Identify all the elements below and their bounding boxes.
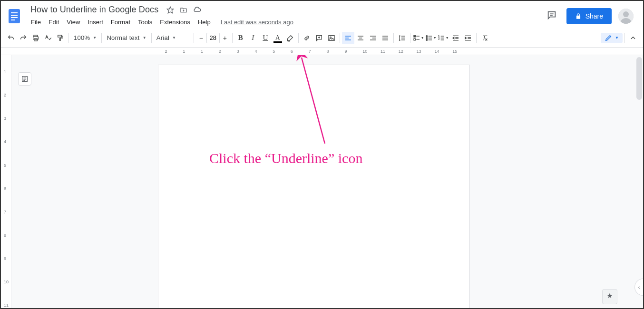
menu-bar: File Edit View Insert Format Tools Exten… xyxy=(28,16,544,29)
chevron-down-icon: ▼ xyxy=(143,36,146,40)
menu-help[interactable]: Help xyxy=(195,17,214,28)
lock-icon xyxy=(575,13,582,19)
highlight-color-button[interactable] xyxy=(284,32,296,44)
menu-extensions[interactable]: Extensions xyxy=(156,17,194,28)
align-left-button[interactable] xyxy=(342,32,354,44)
undo-button[interactable] xyxy=(5,32,17,44)
svg-marker-5 xyxy=(167,7,174,13)
svg-text:2: 2 xyxy=(438,37,439,39)
underline-button[interactable]: U xyxy=(259,32,272,44)
vertical-ruler[interactable]: 211234567891011 xyxy=(1,55,11,309)
font-size-input[interactable] xyxy=(206,33,220,43)
share-button[interactable]: Share xyxy=(566,8,612,24)
svg-rect-16 xyxy=(329,35,334,40)
account-avatar[interactable] xyxy=(618,9,634,24)
share-label: Share xyxy=(585,12,603,20)
move-icon[interactable] xyxy=(179,6,188,14)
font-family-select[interactable]: Arial▼ xyxy=(154,32,192,44)
svg-point-9 xyxy=(623,11,629,17)
comments-icon[interactable] xyxy=(544,7,560,25)
svg-rect-1 xyxy=(11,12,18,13)
editing-mode-button[interactable]: ▼ xyxy=(601,33,623,43)
document-outline-button[interactable] xyxy=(18,72,31,86)
svg-point-38 xyxy=(426,37,428,39)
menu-edit[interactable]: Edit xyxy=(45,17,62,28)
chevron-down-icon: ▼ xyxy=(172,36,176,40)
paragraph-style-select[interactable]: Normal text▼ xyxy=(104,32,149,44)
hide-side-panel-button[interactable]: ‹ xyxy=(634,279,643,296)
bulleted-list-button[interactable]: ▼ xyxy=(425,32,437,44)
cloud-status-icon[interactable] xyxy=(193,6,201,14)
menu-view[interactable]: View xyxy=(63,17,83,28)
zoom-select[interactable]: 100%▼ xyxy=(71,32,99,44)
menu-tools[interactable]: Tools xyxy=(135,17,156,28)
svg-rect-2 xyxy=(11,15,18,16)
svg-rect-13 xyxy=(58,35,62,37)
document-canvas: 211234567891011 Click the “Underline” ic… xyxy=(1,55,643,309)
svg-rect-35 xyxy=(414,39,415,40)
italic-button[interactable]: I xyxy=(247,32,259,44)
svg-point-39 xyxy=(426,39,428,40)
text-color-button[interactable]: A xyxy=(272,32,284,44)
toolbar: 100%▼ Normal text▼ Arial▼ − + B I U A ▼ … xyxy=(1,29,643,48)
insert-link-button[interactable] xyxy=(301,32,313,44)
decrease-font-size-button[interactable]: − xyxy=(196,32,206,44)
clear-formatting-button[interactable] xyxy=(478,32,491,44)
document-title[interactable]: How to Underline in Google Docs xyxy=(28,4,161,16)
line-spacing-button[interactable] xyxy=(396,32,408,44)
document-page[interactable] xyxy=(158,65,470,309)
decrease-indent-button[interactable] xyxy=(449,32,462,44)
menu-format[interactable]: Format xyxy=(107,17,134,28)
horizontal-ruler[interactable]: 21123456789101112131415 xyxy=(1,48,643,55)
font-value: Arial xyxy=(156,34,169,41)
zoom-value: 100% xyxy=(74,34,90,41)
add-comment-button[interactable] xyxy=(313,32,325,44)
align-right-button[interactable] xyxy=(367,32,379,44)
menu-file[interactable]: File xyxy=(28,17,44,28)
align-center-button[interactable] xyxy=(354,32,367,44)
svg-rect-4 xyxy=(11,19,15,20)
svg-rect-0 xyxy=(9,9,20,23)
increase-indent-button[interactable] xyxy=(462,32,474,44)
style-value: Normal text xyxy=(107,34,139,41)
print-button[interactable] xyxy=(29,32,42,44)
star-icon[interactable] xyxy=(166,6,175,14)
explore-button[interactable] xyxy=(602,289,617,304)
checklist-button[interactable]: ▼ xyxy=(412,32,425,44)
spellcheck-button[interactable] xyxy=(42,32,54,44)
insert-image-button[interactable] xyxy=(325,32,338,44)
numbered-list-button[interactable]: 12▼ xyxy=(437,32,449,44)
menu-insert[interactable]: Insert xyxy=(84,17,107,28)
paint-format-button[interactable] xyxy=(54,32,67,44)
collapse-toolbar-button[interactable] xyxy=(627,32,639,44)
svg-rect-3 xyxy=(11,17,18,18)
bold-button[interactable]: B xyxy=(234,32,247,44)
chevron-down-icon: ▼ xyxy=(93,36,97,40)
redo-button[interactable] xyxy=(17,32,29,44)
align-justify-button[interactable] xyxy=(379,32,391,44)
increase-font-size-button[interactable]: + xyxy=(220,32,230,44)
svg-point-37 xyxy=(426,35,428,37)
vertical-scrollbar[interactable] xyxy=(636,57,642,100)
docs-logo[interactable] xyxy=(5,7,24,26)
pencil-icon xyxy=(605,34,612,42)
chevron-down-icon: ▼ xyxy=(615,36,619,40)
last-edit-link[interactable]: Last edit was seconds ago xyxy=(221,19,293,26)
